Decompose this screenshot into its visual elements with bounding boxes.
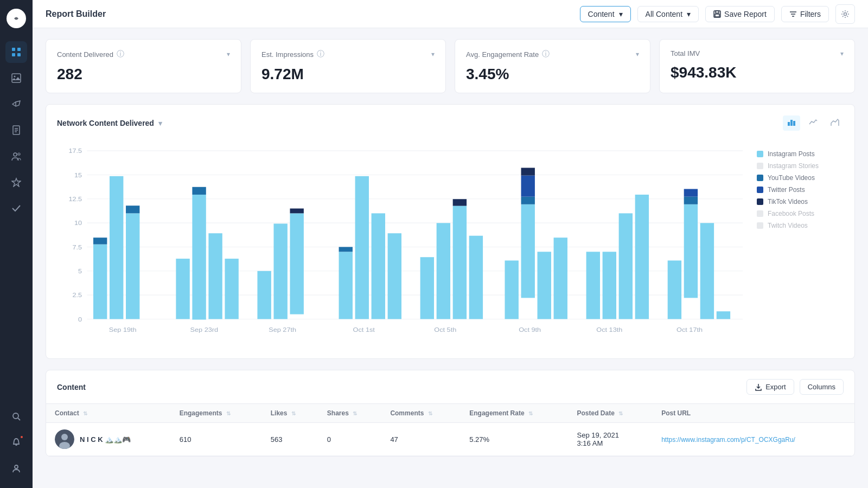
svg-rect-3 [12, 53, 15, 56]
columns-button[interactable]: Columns [800, 379, 844, 395]
info-icon-1: ⓘ [317, 49, 324, 59]
chevron-down-icon-2: ▾ [687, 10, 691, 18]
td-engagements: 610 [171, 423, 262, 456]
chart-bar-button[interactable] [783, 115, 800, 131]
legend-instagram-posts: Instagram Posts [757, 150, 844, 158]
sort-icon-comments[interactable]: ⇅ [428, 410, 432, 416]
chart-controls [783, 115, 844, 131]
chart-area: 0 2.5 5 7.5 10 12.5 15 17.5 [57, 139, 844, 348]
legend-facebook-posts: Facebook Posts [757, 210, 844, 217]
info-icon-2: ⓘ [542, 49, 550, 59]
content-type-dropdown[interactable]: Content ▾ [580, 6, 631, 22]
legend-dot-youtube [757, 175, 763, 181]
content-table: Contact ⇅ Engagements ⇅ Likes ⇅ Shares [46, 404, 854, 456]
stat-label-engagement: Avg. Engagement Rate [466, 50, 539, 59]
th-likes: Likes ⇅ [262, 404, 318, 423]
svg-rect-82 [586, 252, 600, 319]
svg-text:Sep 27th: Sep 27th [269, 326, 296, 333]
stat-card-dropdown-2[interactable]: ▾ [636, 50, 639, 58]
sidebar-item-media[interactable] [5, 67, 27, 89]
filters-button[interactable]: Filters [781, 6, 829, 22]
svg-rect-55 [225, 259, 238, 319]
sidebar-item-reports[interactable] [5, 119, 27, 141]
stat-value-imv: $943.83K [671, 64, 844, 81]
svg-rect-63 [339, 247, 353, 252]
sidebar [0, 0, 33, 488]
post-url-link[interactable]: https://www.instagram.com/p/CT_OCXGgaRu/ [661, 436, 795, 444]
save-report-button[interactable]: Save Report [705, 6, 775, 22]
info-icon-0: ⓘ [117, 49, 124, 59]
svg-rect-64 [355, 176, 369, 319]
svg-text:2.5: 2.5 [73, 292, 82, 299]
td-likes: 563 [262, 423, 318, 456]
td-posted-date: Sep 19, 20213:16 AM [569, 423, 653, 456]
th-post-url: Post URL [653, 404, 854, 423]
svg-rect-26 [788, 122, 790, 126]
stat-card-dropdown-0[interactable]: ▾ [227, 50, 230, 58]
sidebar-item-favorites[interactable] [5, 171, 27, 193]
header-controls: Content ▾ All Content ▾ Save Report [580, 4, 855, 24]
chart-line-button[interactable] [805, 115, 822, 131]
stat-label-content-delivered: Content Delivered [57, 50, 113, 59]
svg-rect-87 [668, 260, 681, 319]
svg-rect-48 [126, 213, 139, 319]
svg-point-12 [14, 153, 17, 156]
content-table-card: Content Export Columns [46, 370, 855, 457]
sidebar-item-notifications[interactable] [5, 432, 27, 453]
svg-rect-70 [453, 206, 467, 319]
svg-rect-92 [717, 311, 730, 319]
svg-rect-77 [521, 176, 535, 197]
sort-icon-contact[interactable]: ⇅ [83, 410, 87, 416]
td-post-url: https://www.instagram.com/p/CT_OCXGgaRu/ [653, 423, 854, 456]
svg-rect-20 [716, 11, 719, 13]
all-content-dropdown[interactable]: All Content ▾ [637, 6, 699, 22]
sidebar-item-users[interactable] [5, 145, 27, 167]
sidebar-item-dashboard[interactable] [5, 41, 27, 63]
table-actions: Export Columns [746, 379, 844, 395]
chevron-down-icon: ▾ [619, 10, 623, 18]
chart-area-button[interactable] [826, 115, 844, 131]
chart-svg-wrapper: 0 2.5 5 7.5 10 12.5 15 17.5 [57, 139, 746, 348]
sidebar-item-approvals[interactable] [5, 197, 27, 219]
svg-rect-47 [110, 176, 123, 319]
svg-line-16 [18, 418, 20, 420]
sidebar-item-campaigns[interactable] [5, 93, 27, 115]
legend-twitter-posts: Twitter Posts [757, 186, 844, 194]
sort-icon-shares[interactable]: ⇅ [353, 410, 357, 416]
bar-chart-svg: 0 2.5 5 7.5 10 12.5 15 17.5 [57, 139, 746, 345]
svg-rect-83 [603, 252, 616, 319]
svg-point-15 [13, 413, 18, 419]
sort-icon-engagement-rate[interactable]: ⇅ [528, 410, 533, 416]
svg-rect-28 [793, 121, 795, 126]
svg-rect-49 [126, 206, 139, 213]
sort-icon-posted-date[interactable]: ⇅ [618, 410, 623, 416]
svg-text:17.5: 17.5 [68, 147, 82, 155]
export-button[interactable]: Export [746, 379, 794, 395]
legend-label-twitter-posts: Twitter Posts [768, 186, 805, 194]
legend-dot-facebook [757, 210, 763, 217]
th-posted-date: Posted Date ⇅ [569, 404, 653, 423]
chart-title-dropdown[interactable]: ▾ [158, 119, 162, 127]
stat-label-imv: Total IMV [671, 49, 700, 57]
sort-icon-likes[interactable]: ⇅ [291, 410, 296, 416]
sort-icon-engagements[interactable]: ⇅ [226, 410, 231, 416]
svg-rect-80 [554, 237, 567, 319]
svg-rect-91 [700, 223, 714, 319]
svg-rect-45 [93, 245, 107, 319]
stat-card-dropdown-3[interactable]: ▾ [840, 50, 844, 57]
stat-card-dropdown-1[interactable]: ▾ [431, 50, 435, 58]
sidebar-item-search[interactable] [5, 406, 27, 427]
svg-rect-46 [93, 237, 107, 244]
table-header-row: Contact ⇅ Engagements ⇅ Likes ⇅ Shares [46, 404, 854, 423]
columns-label: Columns [808, 383, 835, 391]
chart-title: Network Content Delivered [57, 119, 154, 127]
settings-button[interactable] [835, 4, 855, 24]
svg-rect-85 [635, 195, 649, 319]
sidebar-item-profile[interactable] [5, 458, 27, 479]
svg-rect-5 [12, 74, 21, 82]
svg-rect-89 [684, 197, 698, 204]
svg-rect-79 [538, 252, 551, 319]
svg-text:5: 5 [78, 268, 82, 275]
table-row: N I C K 🏔️🏔️🎮 610 563 0 47 5.27% Sep 19,… [46, 423, 854, 456]
svg-text:Oct 5th: Oct 5th [434, 326, 456, 333]
